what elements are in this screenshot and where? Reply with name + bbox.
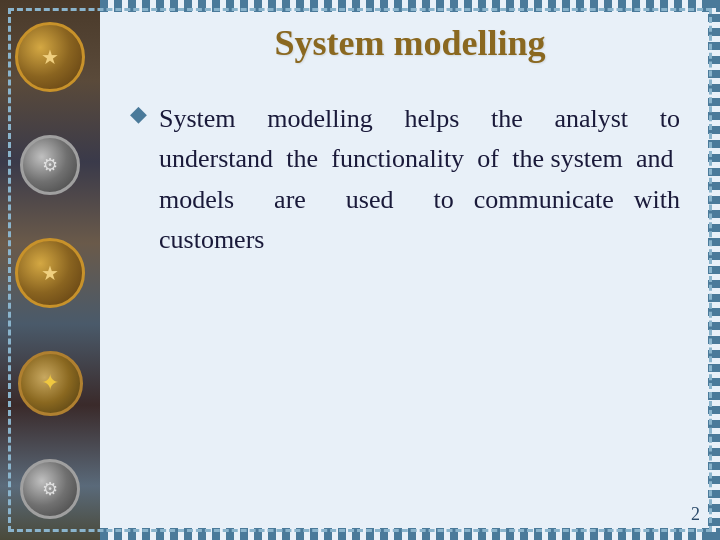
right-dashes xyxy=(708,0,720,540)
compass-decoration xyxy=(18,351,83,416)
page-number: 2 xyxy=(691,504,700,525)
main-content: System modelling ◆ System modelling help… xyxy=(100,0,720,540)
medal-decoration-2 xyxy=(20,135,80,195)
content-area: ◆ System modelling helps the analyst to … xyxy=(100,79,720,540)
bullet-item: ◆ System modelling helps the analyst to … xyxy=(130,99,680,260)
left-decorative-strip xyxy=(0,0,100,540)
bullet-diamond-icon: ◆ xyxy=(130,101,147,127)
bottom-dashes xyxy=(100,528,720,540)
medal-decoration-4 xyxy=(20,459,80,519)
bullet-text: System modelling helps the analyst to un… xyxy=(159,99,680,260)
top-dashes xyxy=(100,0,720,12)
medal-decoration-1 xyxy=(15,22,85,92)
slide: System modelling ◆ System modelling help… xyxy=(0,0,720,540)
medal-decoration-3 xyxy=(15,238,85,308)
slide-title: System modelling xyxy=(120,22,700,64)
